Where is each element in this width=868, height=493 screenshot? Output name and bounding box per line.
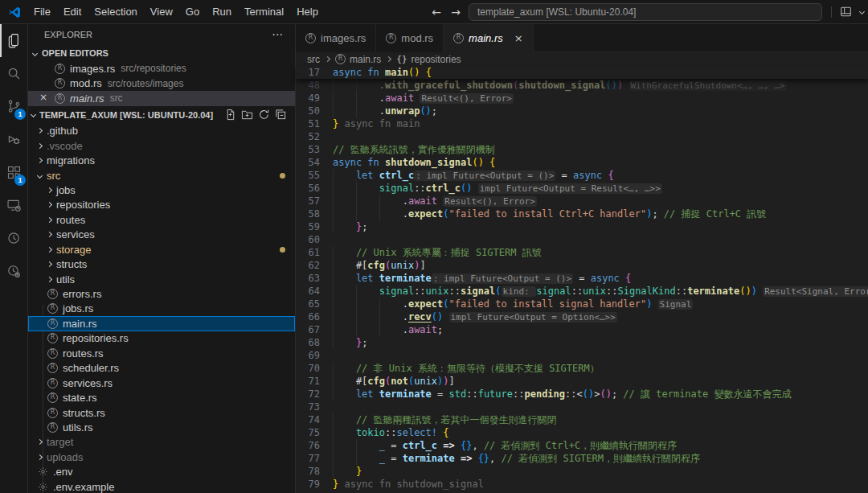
code-line-64[interactable]: 64signal::unix::signal(kind: signal::uni… [296, 285, 868, 298]
line-number[interactable]: 56 [296, 182, 320, 195]
code-line-54[interactable]: 54async fn shutdown_signal() { [296, 156, 868, 169]
code-line-60[interactable]: 60 [296, 233, 868, 246]
project-section-header[interactable]: TEMPLATE_AXUM [WSL: UBUNTU-20.04] [28, 106, 295, 124]
activitybar-explorer[interactable] [0, 24, 27, 57]
code-line-53[interactable]: 53// 監聽系統訊號，實作優雅關閉機制 [296, 143, 868, 156]
tree-item-.github[interactable]: .github [28, 124, 295, 138]
menu-run[interactable]: Run [206, 3, 238, 21]
menu-view[interactable]: View [144, 3, 179, 21]
line-number[interactable]: 77 [296, 452, 320, 465]
line-number[interactable]: 58 [296, 207, 320, 220]
code-line-57[interactable]: 57.await Result<(), Error> [296, 195, 868, 207]
activitybar-extensions[interactable]: 1 [0, 156, 27, 189]
code-line-79[interactable]: 79} async fn shutdown_signal [296, 478, 868, 491]
line-number[interactable]: 74 [296, 413, 320, 426]
code-line-73[interactable]: 73 [296, 401, 868, 413]
tree-item-storage[interactable]: storage [28, 242, 295, 257]
code-line-66[interactable]: 66.recv() impl Future<Output = Option<…>… [296, 310, 868, 323]
views-more-actions-button[interactable]: ··· [272, 30, 284, 39]
code-line-75[interactable]: 75tokio::select! { [296, 426, 868, 439]
code-area[interactable]: 17async fn main() { 48.with_graceful_shu… [296, 66, 868, 493]
line-number[interactable]: 60 [296, 233, 320, 246]
line-number[interactable]: 69 [296, 349, 320, 362]
code-line-74[interactable]: 74// 監聽兩種訊號，若其中一個發生則進行關閉 [296, 413, 868, 426]
code-line-76[interactable]: 76_ = ctrl_c => {}, // 若偵測到 Ctrl+C，則繼續執行… [296, 439, 868, 452]
line-number[interactable]: 79 [296, 478, 320, 491]
tree-item-repositories.rs[interactable]: Rrepositories.rs [28, 331, 295, 346]
tree-item-jobs.rs[interactable]: Rjobs.rs [28, 302, 295, 316]
code-line-51[interactable]: 51} async fn main [296, 117, 868, 130]
open-editor-images.rs[interactable]: Rimages.rssrc/repositories [28, 61, 295, 76]
code-line-71[interactable]: 71#[cfg(not(unix))] [296, 375, 868, 388]
menu-go[interactable]: Go [179, 3, 206, 21]
line-number[interactable]: 57 [296, 195, 320, 207]
activitybar-remote-explorer[interactable] [0, 189, 27, 222]
tree-item-services[interactable]: services [28, 228, 295, 242]
code-line-59[interactable]: 59}; [296, 220, 868, 233]
tree-item-migrations[interactable]: migrations [28, 153, 295, 167]
line-number[interactable]: 70 [296, 362, 320, 375]
line-number[interactable]: 61 [296, 246, 320, 259]
line-number[interactable]: 51 [296, 117, 320, 130]
line-number[interactable]: 78 [296, 465, 320, 478]
code-line-48[interactable]: 48.with_graceful_shutdown(shutdown_signa… [296, 79, 868, 92]
tab-images.rs[interactable]: Rimages.rs [296, 24, 376, 52]
close-icon[interactable]: × [514, 32, 523, 44]
code-line-56[interactable]: 56signal::ctrl_c() impl Future<Output = … [296, 182, 868, 195]
line-number[interactable]: 48 [296, 79, 320, 92]
breadcrumb-item-src[interactable]: src [307, 54, 320, 65]
code-line-49[interactable]: 49.await Result<(), Error> [296, 92, 868, 105]
open-editor-main.rs[interactable]: ×Rmain.rssrc [28, 91, 295, 106]
line-number[interactable]: 53 [296, 143, 320, 156]
line-number[interactable]: 54 [296, 156, 320, 169]
code-line-77[interactable]: 77_ = terminate => {}, // 若偵測到 SIGTERM，則… [296, 452, 868, 465]
code-line-17[interactable]: 17async fn main() { [296, 66, 868, 79]
close-icon[interactable]: × [39, 92, 47, 103]
tree-item-routes.rs[interactable]: Rroutes.rs [28, 346, 295, 360]
back-button[interactable]: ← [427, 2, 446, 22]
code-line-55[interactable]: 55let ctrl_c: impl Future<Output = ()> =… [296, 169, 868, 182]
line-number[interactable]: 52 [296, 130, 320, 143]
menu-file[interactable]: File [27, 3, 57, 21]
code-line-58[interactable]: 58.expect("failed to install Ctrl+C hand… [296, 207, 868, 220]
line-number[interactable]: 76 [296, 439, 320, 452]
menu-terminal[interactable]: Terminal [238, 3, 290, 21]
tree-item-structs.rs[interactable]: Rstructs.rs [28, 405, 295, 420]
command-center[interactable]: template_axum [WSL: Ubuntu-20.04] [469, 3, 822, 21]
menu-selection[interactable]: Selection [88, 3, 143, 21]
code-line-63[interactable]: 63let terminate: impl Future<Output = ()… [296, 272, 868, 285]
line-number[interactable]: 63 [296, 272, 320, 285]
sticky-line[interactable]: 17async fn main() { [296, 66, 868, 79]
code-line-50[interactable]: 50.unwrap(); [296, 105, 868, 117]
tree-item-src[interactable]: src [28, 168, 295, 183]
tree-item-structs[interactable]: structs [28, 257, 295, 271]
refresh-button[interactable] [258, 109, 270, 121]
collapse-folders-button[interactable] [275, 109, 287, 121]
line-number[interactable]: 68 [296, 336, 320, 349]
tree-item-services.rs[interactable]: Rservices.rs [28, 376, 295, 390]
menu-edit[interactable]: Edit [57, 3, 88, 21]
activitybar-extension-clock[interactable] [0, 222, 27, 255]
open-editors-header[interactable]: OPEN EDITORS [28, 45, 295, 61]
line-number[interactable]: 67 [296, 323, 320, 336]
new-folder-button[interactable] [241, 109, 253, 121]
tree-item-repositories[interactable]: repositories [28, 198, 295, 212]
menu-help[interactable]: Help [290, 3, 325, 21]
tree-item-jobs[interactable]: jobs [28, 183, 295, 197]
code-line-65[interactable]: 65.expect("failed to install signal hand… [296, 298, 868, 310]
line-number[interactable]: 72 [296, 388, 320, 401]
code-line-52[interactable]: 52 [296, 130, 868, 143]
activitybar-search[interactable] [0, 57, 27, 90]
tree-item-.vscode[interactable]: .vscode [28, 138, 295, 153]
line-number[interactable]: 71 [296, 375, 320, 388]
tree-item-.env[interactable]: .env [28, 465, 295, 479]
breadcrumb-item-main.rs[interactable]: Rmain.rs [335, 54, 381, 65]
customize-layout-button[interactable] [836, 2, 855, 22]
code-line-68[interactable]: 68}; [296, 336, 868, 349]
activitybar-extension-gear[interactable] [0, 255, 27, 288]
open-editor-mod.rs[interactable]: Rmod.rssrc/routes/images [28, 76, 295, 92]
line-number[interactable]: 75 [296, 426, 320, 439]
tab-main.rs[interactable]: Rmain.rs× [444, 24, 534, 52]
activitybar-source-control[interactable]: 1 [0, 90, 27, 123]
code-line-69[interactable]: 69 [296, 349, 868, 362]
